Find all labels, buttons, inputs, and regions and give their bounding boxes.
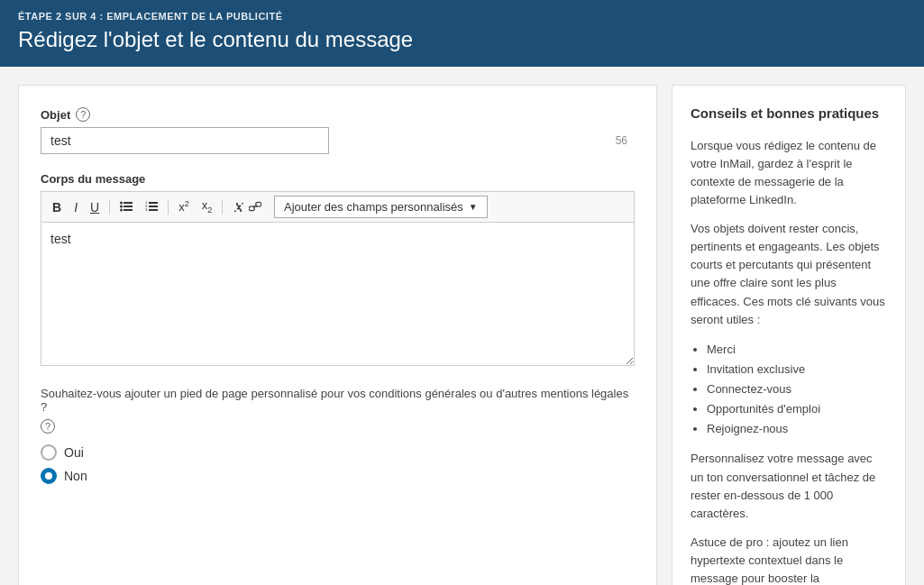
body-label: Corps du message xyxy=(41,172,635,186)
toolbar-separator-2 xyxy=(168,200,169,215)
radio-non-label[interactable]: Non xyxy=(41,468,635,484)
tips-keywords-list: Merci Invitation exclusive Connectez-vou… xyxy=(707,340,887,439)
superscript-button[interactable]: x2 xyxy=(173,197,195,215)
svg-rect-11 xyxy=(149,209,158,211)
radio-oui-circle xyxy=(41,444,57,461)
radio-oui-label[interactable]: Oui xyxy=(41,444,635,461)
main-form: Objet ? 56 Corps du message B I U 1.2.3.… xyxy=(18,85,657,585)
link-button[interactable] xyxy=(227,198,267,216)
footer-question-help-icon[interactable]: ? xyxy=(41,419,55,434)
toolbar-separator-1 xyxy=(109,200,110,215)
svg-text:3.: 3. xyxy=(145,207,148,212)
keyword-5: Rejoignez-nous xyxy=(707,419,887,439)
message-textarea[interactable]: test xyxy=(41,222,635,366)
bullet-list-button[interactable] xyxy=(114,198,138,216)
keyword-4: Opportunités d'emploi xyxy=(707,399,887,419)
radio-group: Oui Non xyxy=(41,444,635,484)
svg-point-4 xyxy=(120,208,123,211)
toolbar-separator-3 xyxy=(222,200,223,215)
tips-panel: Conseils et bonnes pratiques Lorsque vou… xyxy=(672,85,906,585)
svg-rect-5 xyxy=(124,209,133,211)
footer-question: Souhaitez-vous ajouter un pied de page p… xyxy=(41,387,635,434)
header: ÉTAPE 2 SUR 4 : EMPLACEMENT DE LA PUBLIC… xyxy=(0,0,924,67)
svg-rect-7 xyxy=(149,202,158,204)
tips-paragraph-2: Vos objets doivent rester concis, pertin… xyxy=(691,220,887,329)
char-count: 56 xyxy=(616,134,627,147)
tips-paragraph-3: Personnalisez votre message avec un ton … xyxy=(691,450,887,523)
subscript-button[interactable]: x2 xyxy=(197,197,218,217)
subject-input[interactable] xyxy=(41,127,329,154)
keyword-3: Connectez-vous xyxy=(707,379,887,399)
svg-rect-9 xyxy=(149,206,158,207)
personalize-button[interactable]: Ajouter des champs personnalisés ▼ xyxy=(274,196,488,218)
tips-title: Conseils et bonnes pratiques xyxy=(691,104,887,124)
svg-point-0 xyxy=(120,201,123,204)
tips-paragraph-4: Astuce de pro : ajoutez un lien hypertex… xyxy=(691,534,887,585)
page-title: Rédigez l'objet et le contenu du message xyxy=(18,27,906,52)
radio-non-circle xyxy=(41,468,57,484)
keyword-2: Invitation exclusive xyxy=(707,360,887,379)
underline-button[interactable]: U xyxy=(85,198,105,216)
subject-help-icon[interactable]: ? xyxy=(76,107,90,122)
bold-button[interactable]: B xyxy=(47,198,67,216)
keyword-1: Merci xyxy=(707,340,887,360)
subject-label: Objet ? xyxy=(41,107,635,122)
svg-rect-1 xyxy=(124,202,133,204)
message-toolbar: B I U 1.2.3. x2 x2 Ajouter des champs pe… xyxy=(41,191,635,222)
italic-button[interactable]: I xyxy=(69,198,83,216)
svg-rect-3 xyxy=(124,206,133,207)
step-label: ÉTAPE 2 SUR 4 : EMPLACEMENT DE LA PUBLIC… xyxy=(18,11,906,22)
tips-paragraph-1: Lorsque vous rédigez le contenu de votre… xyxy=(691,137,887,210)
svg-point-2 xyxy=(120,205,123,207)
numbered-list-button[interactable]: 1.2.3. xyxy=(140,198,163,216)
subject-field-wrapper: 56 xyxy=(41,127,635,154)
dropdown-arrow-icon: ▼ xyxy=(469,202,478,212)
